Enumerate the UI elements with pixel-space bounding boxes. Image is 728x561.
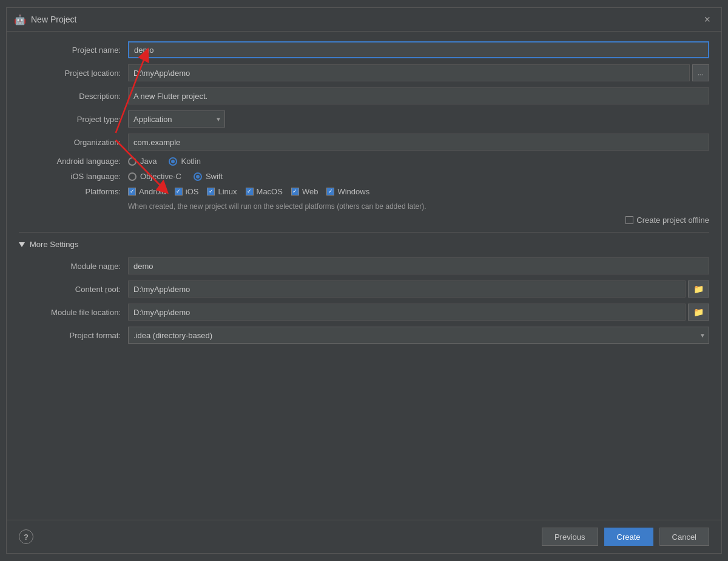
previous-button[interactable]: Previous — [542, 528, 598, 546]
ios-objc-label: Objective-C — [140, 172, 181, 181]
help-button[interactable]: ? — [19, 529, 33, 544]
browse-module-file-button[interactable]: 📁 — [688, 304, 709, 321]
create-offline-label: Create project offline — [636, 216, 709, 225]
android-java-option[interactable]: Java — [128, 157, 157, 166]
dialog-title: New Project — [31, 15, 76, 24]
module-name-label: Module name: — [19, 262, 128, 271]
browse-location-button[interactable]: ... — [692, 64, 709, 81]
project-location-input[interactable] — [128, 64, 690, 81]
ios-language-radio-group: Objective-C Swift — [128, 172, 709, 181]
platform-ios-label: iOS — [186, 187, 199, 196]
description-label: Description: — [19, 92, 128, 101]
android-language-label: Android language: — [19, 157, 128, 166]
module-file-location-row: Module file location: 📁 — [19, 304, 709, 321]
title-bar-left: 🤖 New Project — [14, 13, 76, 25]
project-type-select-wrapper: Application Plugin Package Module ▼ — [128, 110, 225, 127]
platform-android-label: Android — [139, 187, 166, 196]
platform-macos-option[interactable]: MacOS — [246, 187, 283, 196]
platform-web-label: Web — [302, 187, 318, 196]
project-name-label: Project name: — [19, 46, 128, 55]
project-format-row: Project format: .idea (directory-based) … — [19, 327, 709, 344]
platform-windows-label: Windows — [337, 187, 369, 196]
organization-input[interactable] — [128, 134, 709, 151]
platform-ios-checkbox[interactable] — [175, 188, 183, 195]
module-name-input[interactable] — [128, 257, 709, 274]
organization-label: Organization: — [19, 138, 128, 147]
project-type-label: Project type: — [19, 115, 128, 124]
dialog-footer: ? Previous Create Cancel — [7, 520, 721, 553]
platform-android-checkbox[interactable] — [128, 188, 136, 195]
organization-row: Organization: — [19, 134, 709, 151]
platform-web-option[interactable]: Web — [291, 187, 318, 196]
footer-left: ? — [19, 529, 33, 544]
content-root-row: Content root: 📁 — [19, 280, 709, 298]
more-settings-expand-icon — [19, 242, 25, 247]
android-java-label: Java — [140, 157, 157, 166]
ios-language-row: iOS language: Objective-C Swift — [19, 172, 709, 181]
platforms-label: Platforms: — [19, 187, 128, 196]
section-divider — [19, 232, 709, 233]
platforms-hint: When created, the new project will run o… — [128, 202, 709, 211]
title-bar: 🤖 New Project × — [7, 8, 721, 32]
platform-ios-option[interactable]: iOS — [175, 187, 199, 196]
platforms-checkbox-group: Android iOS Linux MacOS — [128, 187, 709, 196]
browse-content-root-button[interactable]: 📁 — [688, 280, 709, 298]
dialog-body: Project name: Project location: ... Desc… — [7, 32, 721, 520]
platform-macos-label: MacOS — [257, 187, 283, 196]
project-location-label: Project location: — [19, 69, 128, 78]
more-settings-title: More Settings — [30, 240, 78, 249]
ios-swift-label: Swift — [206, 172, 223, 181]
ios-language-label: iOS language: — [19, 172, 128, 181]
folder-icon-2: 📁 — [693, 307, 704, 317]
android-java-radio[interactable] — [128, 157, 136, 166]
description-input[interactable] — [128, 87, 709, 104]
android-studio-icon: 🤖 — [14, 13, 26, 25]
platforms-row: Platforms: Android iOS Linux — [19, 187, 709, 196]
android-kotlin-radio[interactable] — [169, 157, 177, 166]
module-file-location-label: Module file location: — [19, 308, 128, 317]
project-name-input[interactable] — [128, 41, 709, 58]
platform-windows-option[interactable]: Windows — [326, 187, 369, 196]
android-kotlin-option[interactable]: Kotlin — [169, 157, 201, 166]
platform-linux-label: Linux — [218, 187, 237, 196]
description-row: Description: — [19, 87, 709, 104]
project-name-row: Project name: — [19, 41, 709, 58]
footer-right: Previous Create Cancel — [542, 528, 709, 546]
platform-web-checkbox[interactable] — [291, 188, 299, 195]
platform-linux-checkbox[interactable] — [207, 188, 215, 195]
create-offline-row: Create project offline — [19, 216, 709, 225]
android-language-row: Android language: Java Kotlin — [19, 157, 709, 166]
project-format-select[interactable]: .idea (directory-based) Eclipse (.classp… — [128, 327, 709, 344]
project-format-select-wrapper: .idea (directory-based) Eclipse (.classp… — [128, 327, 709, 344]
platform-windows-checkbox[interactable] — [326, 188, 334, 195]
project-format-label: Project format: — [19, 331, 128, 340]
project-location-row: Project location: ... — [19, 64, 709, 81]
folder-icon: 📁 — [693, 284, 704, 294]
content-root-label: Content root: — [19, 285, 128, 294]
ios-objc-option[interactable]: Objective-C — [128, 172, 181, 181]
platform-linux-option[interactable]: Linux — [207, 187, 237, 196]
android-language-radio-group: Java Kotlin — [128, 157, 709, 166]
content-root-input[interactable] — [128, 280, 686, 298]
android-kotlin-label: Kotlin — [181, 157, 201, 166]
module-file-location-input-group: 📁 — [128, 304, 709, 321]
platform-macos-checkbox[interactable] — [246, 188, 254, 195]
more-settings-header[interactable]: More Settings — [19, 240, 709, 249]
create-offline-option[interactable]: Create project offline — [625, 216, 709, 225]
ios-swift-option[interactable]: Swift — [194, 172, 223, 181]
new-project-dialog: 🤖 New Project × — [6, 7, 722, 554]
ios-swift-radio[interactable] — [194, 172, 202, 181]
close-button[interactable]: × — [700, 13, 714, 26]
project-type-row: Project type: Application Plugin Package… — [19, 110, 709, 127]
create-button[interactable]: Create — [604, 528, 653, 546]
cancel-button[interactable]: Cancel — [659, 528, 709, 546]
module-file-location-input[interactable] — [128, 304, 686, 321]
form-area: Project name: Project location: ... Desc… — [19, 41, 709, 225]
module-name-row: Module name: — [19, 257, 709, 274]
create-offline-checkbox[interactable] — [625, 216, 633, 224]
project-location-input-group: ... — [128, 64, 709, 81]
platform-android-option[interactable]: Android — [128, 187, 166, 196]
ios-objc-radio[interactable] — [128, 172, 136, 181]
project-type-select[interactable]: Application Plugin Package Module — [128, 110, 225, 127]
content-root-input-group: 📁 — [128, 280, 709, 298]
